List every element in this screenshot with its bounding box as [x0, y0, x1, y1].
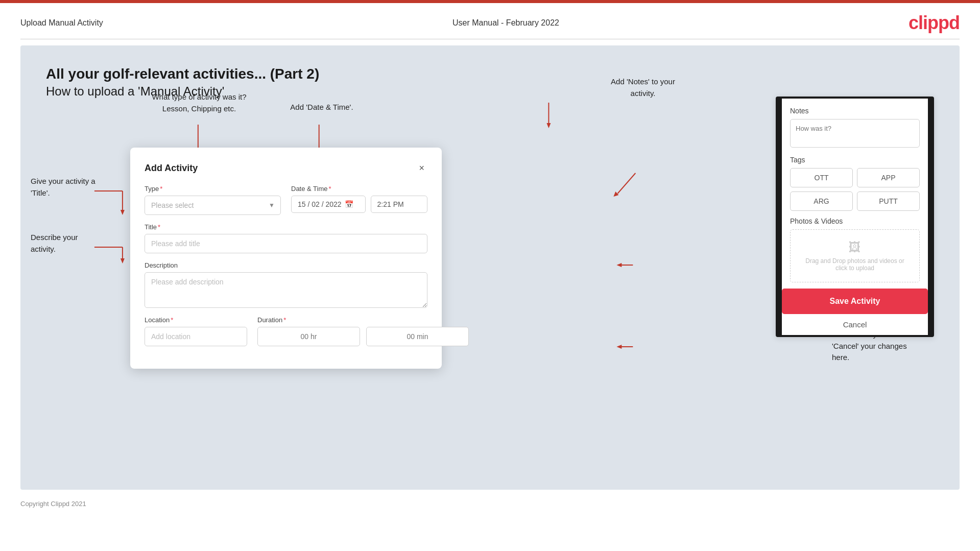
header: Upload Manual Activity User Manual - Feb… [0, 3, 980, 39]
type-date-row: Type* Please select ▼ Date & Time* 15 / … [145, 185, 427, 215]
date-input-wrapper[interactable]: 15 / 02 / 2022 📅 [291, 196, 366, 213]
brand-logo: clippd [909, 12, 960, 34]
tag-putt[interactable]: PUTT [857, 191, 920, 211]
header-divider [20, 39, 960, 39]
main-content: All your golf-relevant activities... (Pa… [20, 45, 960, 490]
date-time-label: Date & Time* [291, 185, 427, 193]
copyright: Copyright Clippd 2021 [20, 500, 86, 508]
tag-app[interactable]: APP [857, 168, 920, 187]
add-activity-modal: Add Activity × Type* Please select ▼ Dat… [130, 148, 442, 369]
tags-grid: OTT APP ARG PUTT [790, 168, 920, 211]
cancel-button[interactable]: Cancel [782, 314, 928, 335]
page-title: All your golf-relevant activities... (Pa… [46, 66, 934, 82]
phone-panel: Notes Tags OTT APP ARG PUTT Photos & Vid… [776, 97, 934, 337]
duration-group: Duration* [257, 316, 469, 346]
phone-inner: Notes Tags OTT APP ARG PUTT Photos & Vid… [782, 99, 928, 282]
annotation-title: Give your activity a'Title'. [31, 176, 112, 199]
duration-label: Duration* [257, 316, 469, 324]
calendar-icon: 📅 [345, 200, 353, 208]
modal-title: Add Activity [145, 163, 198, 174]
modal-header: Add Activity × [145, 162, 427, 175]
location-duration-row: Location* Duration* [145, 316, 427, 346]
description-group: Description [145, 261, 427, 308]
title-label: Title* [145, 223, 427, 231]
photo-upload-area[interactable]: 🖼 Drag and Drop photos and videos orclic… [790, 229, 920, 282]
notes-textarea[interactable] [790, 119, 920, 148]
description-label: Description [145, 261, 427, 269]
annotation-date-time: Add 'Date & Time'. [276, 102, 368, 113]
type-label: Type* [145, 185, 281, 193]
modal-close-button[interactable]: × [416, 162, 427, 175]
date-value[interactable]: 15 / 02 / 2022 [298, 200, 342, 208]
svg-marker-24 [616, 345, 622, 349]
title-input[interactable] [145, 234, 427, 253]
tag-arg[interactable]: ARG [790, 191, 853, 211]
svg-marker-11 [121, 258, 125, 263]
type-select-wrapper[interactable]: Please select ▼ [145, 196, 281, 215]
time-input-wrapper[interactable]: 2:21 PM [371, 196, 427, 213]
notes-label: Notes [790, 107, 920, 115]
duration-inputs [257, 327, 469, 346]
location-label: Location* [145, 316, 247, 324]
photo-icon: 🖼 [796, 240, 914, 254]
date-time-inputs: 15 / 02 / 2022 📅 2:21 PM [291, 196, 427, 213]
time-value[interactable]: 2:21 PM [377, 200, 404, 208]
duration-hr-input[interactable] [257, 327, 360, 346]
description-textarea[interactable] [145, 272, 427, 308]
tag-ott[interactable]: OTT [790, 168, 853, 187]
svg-line-19 [617, 173, 635, 194]
page-label: Upload Manual Activity [20, 18, 103, 28]
footer: Copyright Clippd 2021 [0, 496, 980, 512]
duration-min-input[interactable] [366, 327, 469, 346]
phone-screen: Notes Tags OTT APP ARG PUTT Photos & Vid… [776, 97, 934, 337]
tags-label: Tags [790, 156, 920, 164]
svg-marker-18 [546, 123, 551, 128]
svg-marker-8 [121, 210, 125, 215]
location-input[interactable] [145, 327, 247, 346]
svg-marker-20 [613, 191, 618, 197]
type-select[interactable]: Please select [145, 196, 281, 215]
annotation-activity-type: What type of activity was it?Lesson, Chi… [143, 91, 255, 114]
title-group: Title* [145, 223, 427, 253]
annotation-describe: Describe youractivity. [31, 232, 112, 255]
type-group: Type* Please select ▼ [145, 185, 281, 215]
document-title: User Manual - February 2022 [452, 18, 559, 28]
svg-marker-22 [616, 263, 622, 267]
annotation-notes: Add 'Notes' to youractivity. [592, 76, 694, 99]
save-activity-button[interactable]: Save Activity [782, 289, 928, 314]
date-time-group: Date & Time* 15 / 02 / 2022 📅 2:21 PM [291, 185, 427, 215]
photo-upload-text: Drag and Drop photos and videos orclick … [796, 257, 914, 272]
photos-label: Photos & Videos [790, 217, 920, 225]
location-group: Location* [145, 316, 247, 346]
